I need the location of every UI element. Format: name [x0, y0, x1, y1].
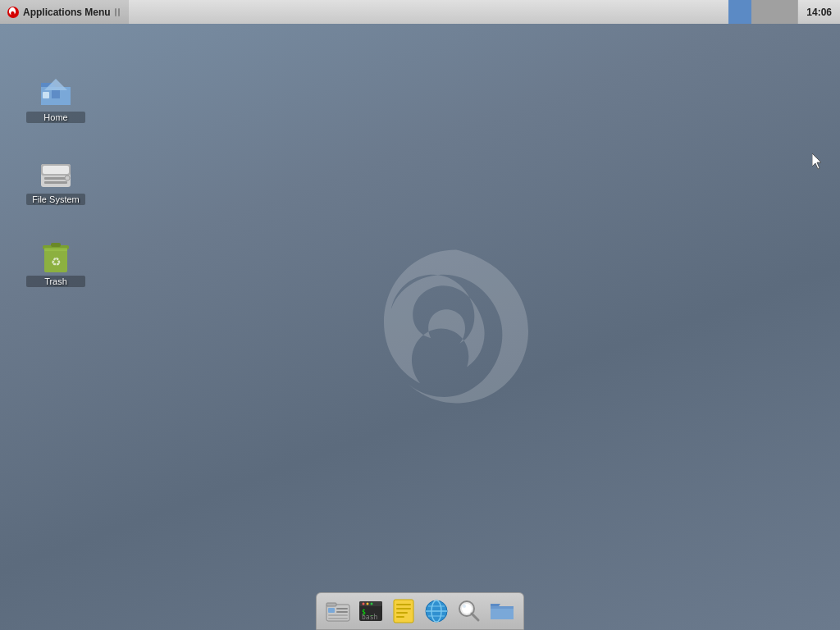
- svg-rect-2: [118, 8, 120, 16]
- home-icon: [36, 72, 75, 112]
- workspace-2-button[interactable]: [751, 0, 774, 24]
- svg-point-28: [371, 603, 373, 605]
- applications-menu[interactable]: Applications Menu: [0, 0, 129, 24]
- notes-icon: [390, 598, 417, 624]
- top-panel: Applications Menu 14:06: [0, 0, 840, 24]
- taskbar-folder-button[interactable]: [487, 596, 517, 626]
- workspace-3-button[interactable]: [774, 0, 797, 24]
- mouse-cursor: [812, 153, 822, 168]
- svg-rect-19: [328, 608, 335, 613]
- debian-logo-icon: [7, 6, 20, 19]
- clock: 14:06: [797, 0, 840, 24]
- svg-text:♻: ♻: [51, 255, 62, 268]
- svg-rect-31: [394, 600, 413, 623]
- taskbar-terminal-button[interactable]: $ _ bash: [356, 596, 386, 626]
- svg-rect-5: [43, 92, 49, 98]
- svg-rect-20: [336, 608, 348, 609]
- svg-rect-1: [115, 8, 116, 16]
- workspace-switcher: [728, 0, 797, 24]
- svg-rect-8: [43, 166, 69, 174]
- svg-rect-14: [51, 243, 61, 247]
- trash-icon-label: Trash: [26, 276, 85, 287]
- taskbar-search-button[interactable]: [454, 596, 484, 626]
- search-icon: [456, 598, 482, 624]
- svg-rect-23: [328, 618, 348, 619]
- taskbar-notes-button[interactable]: [389, 596, 418, 626]
- browser-icon: [423, 598, 450, 624]
- filesystem-desktop-icon[interactable]: File System: [23, 151, 89, 208]
- terminal-icon: $ _ bash: [358, 598, 384, 624]
- panel-right: 14:06: [728, 0, 840, 24]
- svg-rect-21: [336, 611, 348, 613]
- home-icon-label: Home: [26, 112, 85, 123]
- menu-label: Applications Menu: [23, 7, 111, 18]
- home-desktop-icon[interactable]: Home: [23, 69, 89, 126]
- debian-swirl-logo: [366, 240, 546, 421]
- filesystem-icon-label: File System: [26, 194, 85, 205]
- taskbar-browser-button[interactable]: [422, 596, 451, 626]
- workspace-1-button[interactable]: [728, 0, 751, 24]
- svg-rect-10: [44, 181, 67, 184]
- svg-rect-34: [396, 612, 408, 614]
- svg-point-27: [367, 603, 369, 605]
- svg-rect-22: [328, 614, 348, 616]
- taskbar: $ _ bash: [316, 592, 524, 630]
- svg-point-43: [463, 605, 466, 608]
- svg-rect-15: [44, 248, 67, 251]
- menu-separator-icon: [114, 6, 122, 19]
- svg-line-44: [472, 614, 478, 620]
- svg-text:bash: bash: [362, 614, 377, 621]
- svg-rect-4: [52, 90, 60, 98]
- taskbar-filemanager-button[interactable]: [323, 596, 353, 626]
- svg-point-26: [363, 603, 365, 605]
- svg-point-11: [65, 176, 70, 180]
- svg-rect-35: [396, 616, 404, 618]
- trash-desktop-icon[interactable]: ♻ Trash: [23, 233, 89, 290]
- svg-rect-18: [326, 603, 336, 606]
- filemanager-icon: [325, 598, 351, 624]
- svg-rect-46: [491, 606, 514, 609]
- folder-icon: [489, 598, 515, 624]
- svg-rect-33: [396, 608, 411, 609]
- svg-rect-32: [396, 604, 411, 605]
- trash-icon: ♻: [36, 236, 75, 276]
- filesystem-icon: [36, 154, 75, 194]
- svg-rect-9: [44, 177, 67, 180]
- desktop: Home File System ♻ Trash: [0, 24, 840, 630]
